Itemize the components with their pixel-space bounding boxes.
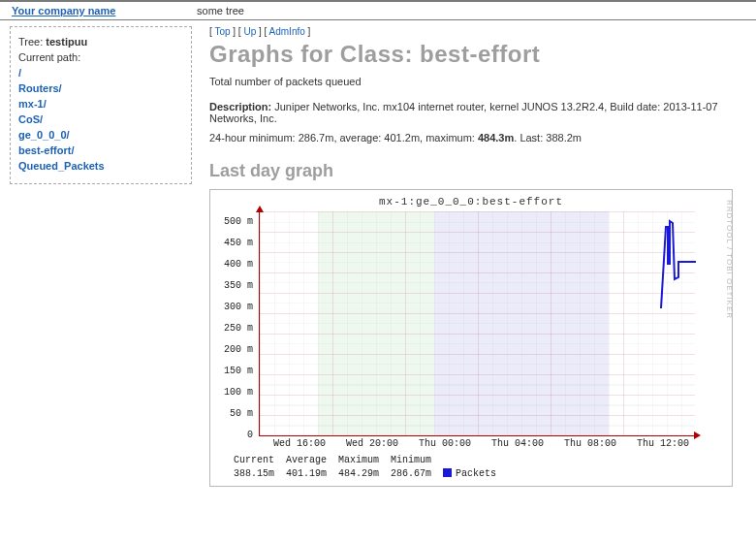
y-tick: 400 m [224,259,253,270]
legend-block: Current Average Maximum Minimum 388.15m … [234,454,726,480]
legend-series-label: Packets [456,468,496,479]
nav-top-link[interactable]: Top [214,26,230,37]
path-root[interactable]: / [18,66,183,81]
main-content: [ Top ] [ Up ] [ AdmInfo ] Graphs for Cl… [192,20,756,487]
x-tick: Wed 20:00 [346,438,398,449]
legend-h-average: Average [286,454,338,467]
x-tick: Wed 16:00 [273,438,326,449]
shade-band-blue [434,211,609,435]
legend-h-maximum: Maximum [338,454,391,467]
rrdtool-watermark: RRDTOOL / TOBI OETIKER [725,200,734,319]
y-axis: 050 m100 m150 m200 m250 m300 m350 m400 m… [216,211,259,436]
nav-up-link[interactable]: Up [243,26,256,37]
shade-band-green [318,211,434,435]
plot-area [259,211,695,436]
tree-value: testipuu [46,36,87,48]
stats-max: 484.3m [478,132,514,144]
graph-title: mx-1:ge_0_0_0:best-effort [216,196,726,208]
path-best-effort[interactable]: best-effort/ [18,144,183,159]
page-title: Graphs for Class: best-effort [209,41,752,68]
description-block: Description: Juniper Networks, Inc. mx10… [209,101,752,124]
y-tick: 0 [247,430,253,440]
y-tick: 250 m [224,323,253,334]
description-label: Description: [209,101,271,112]
x-tick: Thu 00:00 [419,438,471,449]
stats-line: 24-hour minimum: 286.7m, average: 401.2m… [209,132,752,144]
legend-v-current: 388.15m [234,467,286,481]
x-axis-arrow-icon [694,431,701,439]
current-path-label: Current path: [18,50,183,66]
path-queued-packets[interactable]: Queued_Packets [18,159,183,175]
legend-h-current: Current [234,454,286,467]
graph-frame: RRDTOOL / TOBI OETIKER mx-1:ge_0_0_0:bes… [209,189,733,487]
x-tick: Thu 08:00 [564,438,616,449]
bracket-nav: [ Top ] [ Up ] [ AdmInfo ] [209,26,752,37]
company-link[interactable]: Your company name [12,5,194,16]
legend-v-average: 401.19m [286,467,338,481]
section-title: Last day graph [209,161,752,181]
x-tick: Thu 04:00 [491,438,544,449]
y-tick: 300 m [224,302,253,312]
tree-name-top: some tree [197,5,244,16]
y-axis-arrow-icon [256,206,264,212]
y-tick: 50 m [230,408,253,419]
legend-v-minimum: 286.67m [391,467,443,481]
tree-label: Tree: [18,36,46,48]
stats-suffix: . Last: 388.2m [514,132,582,144]
y-tick: 350 m [224,280,253,291]
legend-swatch-icon [443,468,452,477]
stats-prefix: 24-hour minimum: 286.7m, average: 401.2m… [209,132,478,144]
sidebar: Tree: testipuu Current path: / Routers/ … [10,26,192,184]
y-tick: 100 m [224,387,253,398]
x-axis: Wed 16:00Wed 20:00Thu 00:00Thu 04:00Thu … [259,436,695,450]
y-tick: 150 m [224,366,253,376]
top-bar: Your company name some tree [0,0,756,20]
description-text: Juniper Networks, Inc. mx104 internet ro… [209,101,718,124]
nav-adm-link[interactable]: AdmInfo [269,26,305,37]
legend-h-minimum: Minimum [391,454,443,467]
legend-v-maximum: 484.29m [338,467,391,481]
path-routers[interactable]: Routers/ [18,81,183,97]
y-tick: 450 m [224,238,253,248]
path-ge[interactable]: ge_0_0_0/ [18,128,183,144]
path-cos[interactable]: CoS/ [18,112,183,128]
page-subtitle: Total number of packets queued [209,76,752,87]
x-tick: Thu 12:00 [637,438,689,449]
y-tick: 500 m [224,216,253,227]
y-tick: 200 m [224,344,253,355]
path-mx-1[interactable]: mx-1/ [18,97,183,112]
